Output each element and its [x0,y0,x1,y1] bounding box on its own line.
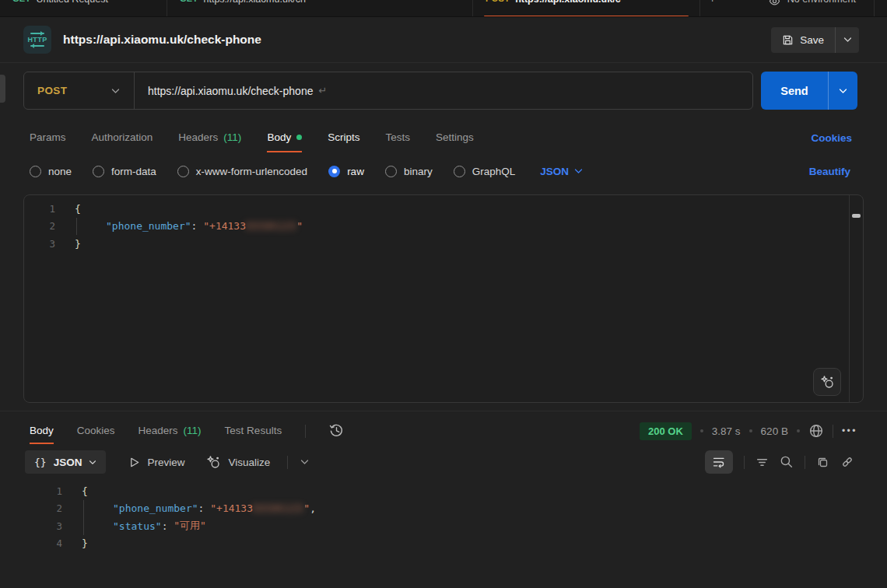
send-button[interactable]: Send [761,72,857,110]
visualize-sparkle-icon [206,455,221,470]
url-text: https://api.xiaomu.uk/check-phone [148,85,313,97]
language-chevron-down-icon [574,168,583,174]
radio-circle[interactable] [93,166,104,177]
tab-method-badge: GET [12,0,31,5]
response-format-dropdown[interactable]: {} JSON [25,450,106,474]
radio-circle[interactable] [385,166,397,177]
editor-scrollbar-track [849,195,850,402]
environment-label: No environment [787,0,856,5]
response-separator [0,411,887,411]
tab-headers[interactable]: Headers (11) [178,124,241,152]
line-number: 2 [24,220,55,232]
tab-settings[interactable]: Settings [436,124,474,152]
wrap-text-button[interactable] [705,450,733,474]
radio-binary[interactable]: binary [385,166,433,177]
response-tabs: Body Cookies Headers (11) Test Results [30,418,344,444]
sparkle-wand-icon [820,375,835,390]
response-body-viewer[interactable]: 1 { 2 "phone_number": "+141335550123", 3… [23,479,864,588]
viewer-chevron-down-icon[interactable] [300,459,309,465]
method-dropdown[interactable]: POST [24,85,134,96]
beautify-magic-button[interactable] [813,368,841,396]
response-size[interactable]: 620 B [761,425,788,437]
status-badge[interactable]: 200 OK [640,422,692,440]
more-actions-button[interactable]: ••• [842,425,857,436]
response-tab-body[interactable]: Body [30,418,54,444]
cookies-link[interactable]: Cookies [811,124,852,152]
copy-icon[interactable] [816,456,829,469]
indent-guide [83,500,84,518]
indent-guide [83,517,84,535]
save-button-main[interactable]: Save [771,27,835,53]
tab-method-badge: GET [180,0,198,5]
editor-scrollbar-thumb[interactable] [852,214,861,218]
sidebar-collapse-handle[interactable] [0,75,5,103]
line-number: 1 [24,203,55,215]
request-tab-untitled[interactable]: GET Untitled Request [0,0,167,17]
language-dropdown[interactable]: JSON [540,166,583,177]
radio-circle[interactable] [177,166,189,177]
line-number: 1 [31,485,62,497]
response-tab-cookies[interactable]: Cookies [77,418,115,444]
send-options-chevron[interactable] [828,72,857,110]
body-has-content-dot [296,135,302,140]
preview-play-icon [129,457,140,468]
braces-icon: {} [34,457,47,468]
response-toolbar: {} JSON Preview Visualize [25,450,854,474]
radio-circle[interactable] [30,166,41,177]
method-label: POST [37,85,67,96]
save-options-chevron[interactable] [835,27,859,53]
response-right-tools [705,450,854,474]
radio-graphql[interactable]: GraphQL [454,166,516,177]
workspace-tab-bar: GET Untitled Request GET https://api.xia… [0,0,887,17]
tab-authorization[interactable]: Authorization [92,124,153,152]
tab-params[interactable]: Params [30,124,66,152]
link-icon[interactable] [840,455,854,469]
tab-method-badge: POST [486,0,510,5]
meta-dot [797,429,800,432]
radio-raw-selected[interactable]: raw [328,166,364,177]
request-tab-post-url-active[interactable]: POST https://api.xiaomu.uk/c [473,0,700,17]
request-body-editor[interactable]: 1 { 2 "phone_number": "+141335550123" 3 … [23,194,864,403]
tab-scripts[interactable]: Scripts [328,124,359,152]
environment-selector[interactable]: No environment [769,0,887,17]
radio-circle-selected[interactable] [328,166,340,177]
network-globe-icon[interactable] [808,423,824,439]
save-label: Save [800,34,824,46]
filter-icon[interactable] [756,456,769,469]
code-line: 2 "phone_number": "+141335550123" [24,218,863,236]
radio-x-www-form-urlencoded[interactable]: x-www-form-urlencoded [177,166,307,177]
line-number: 3 [31,520,62,532]
response-tab-headers[interactable]: Headers (11) [138,418,202,444]
response-headers-count: (11) [184,425,202,436]
response-history-button[interactable] [329,418,344,444]
radio-form-data[interactable]: form-data [93,166,156,177]
tab-body[interactable]: Body [267,124,302,152]
search-icon[interactable] [780,455,794,469]
response-time[interactable]: 3.87 s [712,425,741,437]
code-line: 1 { [31,482,864,500]
send-label[interactable]: Send [761,72,828,110]
response-tab-test-results[interactable]: Test Results [225,418,282,444]
visualize-button[interactable]: Visualize [206,455,270,470]
radio-none[interactable]: none [30,166,72,177]
save-button[interactable]: Save [771,27,859,53]
radio-circle[interactable] [454,166,465,177]
redacted-phone-digits: 5550123 [253,502,303,514]
beautify-link[interactable]: Beautify [809,158,850,184]
save-floppy-icon [782,34,794,46]
method-chevron-down-icon [111,88,120,94]
redacted-phone-digits: 5550123 [246,220,296,232]
meta-dot [700,429,703,432]
request-tab-get-url[interactable]: GET https://api.xiaomu.uk/ch [167,0,473,17]
new-tab-button[interactable]: + [700,0,724,17]
http-request-icon: HTTP [23,26,51,54]
url-input[interactable]: https://api.xiaomu.uk/check-phone ↵ [135,85,752,97]
meta-dot [749,429,752,432]
tools-divider [744,456,745,469]
meta-divider [833,425,833,438]
toolbar-divider [287,456,288,469]
code-line: 4 } [31,535,864,553]
format-chevron-down-icon [89,460,96,465]
tab-tests[interactable]: Tests [385,124,410,152]
preview-button[interactable]: Preview [129,457,184,468]
